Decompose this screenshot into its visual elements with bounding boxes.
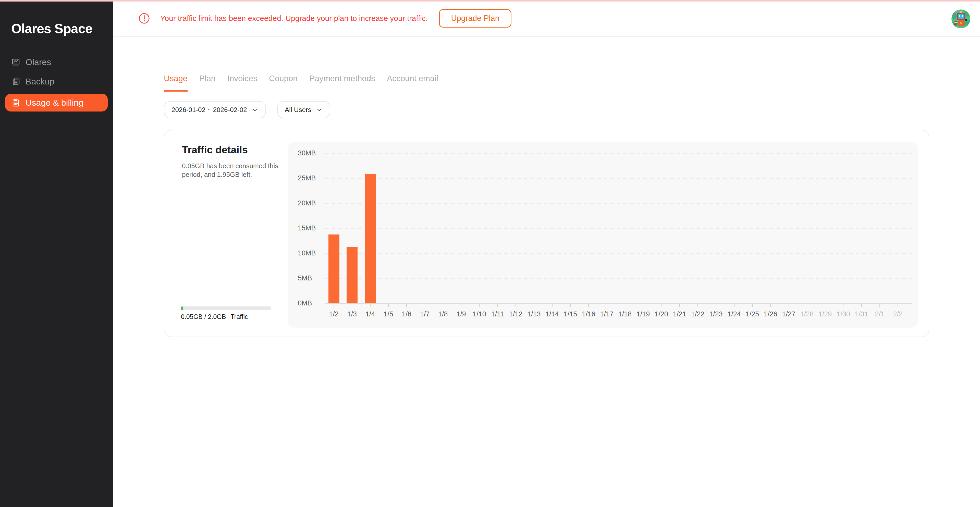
x-axis-label: 1/12 xyxy=(507,310,525,318)
axis-tick xyxy=(425,304,425,307)
axis-tick xyxy=(661,304,662,307)
x-axis-label: 2/2 xyxy=(889,310,907,318)
x-axis-label: 1/15 xyxy=(561,310,579,318)
y-axis-label: 0MB xyxy=(298,299,328,307)
user-filter-value: All Users xyxy=(285,106,311,114)
axis-tick xyxy=(352,304,352,307)
tab-invoices[interactable]: Invoices xyxy=(228,74,257,92)
axis-tick xyxy=(897,304,898,307)
x-axis-label: 1/25 xyxy=(743,310,762,318)
axis-tick xyxy=(588,304,589,307)
axis-tick xyxy=(388,304,389,307)
axis-tick xyxy=(789,304,789,307)
card-description: 0.05GB has been consumed this period, an… xyxy=(182,162,297,179)
chevron-down-icon xyxy=(316,106,323,113)
x-axis-label: 1/5 xyxy=(379,310,398,318)
y-axis-label: 15MB xyxy=(298,224,328,232)
user-filter-dropdown[interactable]: All Users xyxy=(277,101,330,118)
x-axis-label: 1/20 xyxy=(652,310,670,318)
axis-tick xyxy=(570,304,571,307)
x-axis-label: 1/23 xyxy=(707,310,725,318)
app-logo: Olares Space xyxy=(11,21,92,36)
x-axis-label: 1/22 xyxy=(689,310,707,318)
gridline xyxy=(325,153,912,154)
gridline xyxy=(325,203,912,204)
x-axis-label: 1/31 xyxy=(853,310,871,318)
page: Olares Space OlaresBackupUsage & billing… xyxy=(0,0,980,507)
gridline xyxy=(325,253,912,254)
x-axis-label: 1/30 xyxy=(834,310,853,318)
axis-tick xyxy=(770,304,771,307)
x-axis-label: 1/9 xyxy=(452,310,470,318)
main-content: UsagePlanInvoicesCouponPayment methodsAc… xyxy=(113,38,980,507)
axis-tick xyxy=(534,304,534,307)
x-axis-label: 1/14 xyxy=(543,310,562,318)
billing-tabs: UsagePlanInvoicesCouponPayment methodsAc… xyxy=(164,74,438,92)
x-axis-label: 1/10 xyxy=(470,310,488,318)
date-range-dropdown[interactable]: 2026-01-02 ~ 2026-02-02 xyxy=(164,101,266,118)
bar[interactable] xyxy=(328,235,339,304)
axis-tick xyxy=(625,304,625,307)
sidebar: Olares Space OlaresBackupUsage & billing xyxy=(0,0,113,507)
axis-tick xyxy=(880,304,880,307)
x-axis-label: 1/7 xyxy=(416,310,434,318)
x-axis-label: 1/27 xyxy=(780,310,798,318)
traffic-progress-bar xyxy=(181,307,271,310)
tab-coupon[interactable]: Coupon xyxy=(269,74,298,92)
axis-tick xyxy=(479,304,479,307)
x-axis-label: 1/29 xyxy=(816,310,834,318)
x-axis-label: 1/26 xyxy=(761,310,780,318)
chevron-down-icon xyxy=(251,106,258,113)
tab-plan[interactable]: Plan xyxy=(199,74,216,92)
axis-tick xyxy=(406,304,407,307)
documents-icon xyxy=(11,77,21,86)
axis-tick xyxy=(334,304,334,307)
axis-tick xyxy=(679,304,680,307)
bar[interactable] xyxy=(365,174,375,304)
axis-tick xyxy=(643,304,643,307)
x-axis-label: 1/19 xyxy=(634,310,652,318)
y-axis-label: 25MB xyxy=(298,174,328,182)
sidebar-item-usage-billing[interactable]: Usage & billing xyxy=(5,94,108,111)
usage-amount: 0.05GB / 2.0GB xyxy=(181,313,226,320)
card-title: Traffic details xyxy=(182,144,248,156)
axis-tick xyxy=(497,304,498,307)
tab-account-email[interactable]: Account email xyxy=(387,74,438,92)
filters-row: 2026-01-02 ~ 2026-02-02 All Users xyxy=(164,101,330,118)
y-axis-label: 5MB xyxy=(298,274,328,282)
axis-tick xyxy=(461,304,461,307)
avatar[interactable] xyxy=(951,10,970,28)
y-axis-label: 10MB xyxy=(298,249,328,257)
y-axis-label: 30MB xyxy=(298,149,328,157)
monitor-chart-icon xyxy=(11,57,21,67)
y-axis-label: 20MB xyxy=(298,199,328,207)
traffic-details-card: Traffic details 0.05GB has been consumed… xyxy=(164,130,929,337)
axis-tick xyxy=(370,304,371,307)
sidebar-item-backup[interactable]: Backup xyxy=(5,72,108,91)
sidebar-item-label: Olares xyxy=(25,57,51,67)
x-axis-label: 1/6 xyxy=(397,310,416,318)
date-range-value: 2026-01-02 ~ 2026-02-02 xyxy=(172,106,247,114)
tab-payment-methods[interactable]: Payment methods xyxy=(309,74,375,92)
x-axis-line xyxy=(325,304,912,304)
sidebar-nav: OlaresBackupUsage & billing xyxy=(0,52,113,111)
gridline xyxy=(325,278,912,279)
sidebar-item-olares[interactable]: Olares xyxy=(5,52,108,72)
x-axis-label: 1/21 xyxy=(670,310,689,318)
x-axis-label: 1/4 xyxy=(361,310,380,318)
axis-tick xyxy=(807,304,807,307)
sidebar-item-label: Backup xyxy=(25,76,54,86)
upgrade-plan-button[interactable]: Upgrade Plan xyxy=(439,9,511,27)
x-axis-label: 2/1 xyxy=(870,310,889,318)
axis-tick xyxy=(552,304,552,307)
axis-tick xyxy=(515,304,516,307)
traffic-bar-chart: 30MB25MB20MB15MB10MB5MB0MB1/21/31/41/51/… xyxy=(288,142,918,327)
bar[interactable] xyxy=(347,247,358,304)
tab-usage[interactable]: Usage xyxy=(164,74,188,92)
axis-tick xyxy=(825,304,825,307)
axis-tick xyxy=(443,304,443,307)
banner-message: Your traffic limit has been exceeded. Up… xyxy=(160,14,428,23)
clipboard-icon xyxy=(11,98,21,107)
traffic-warning-banner: Your traffic limit has been exceeded. Up… xyxy=(113,0,980,37)
usage-suffix: Traffic xyxy=(231,313,248,320)
